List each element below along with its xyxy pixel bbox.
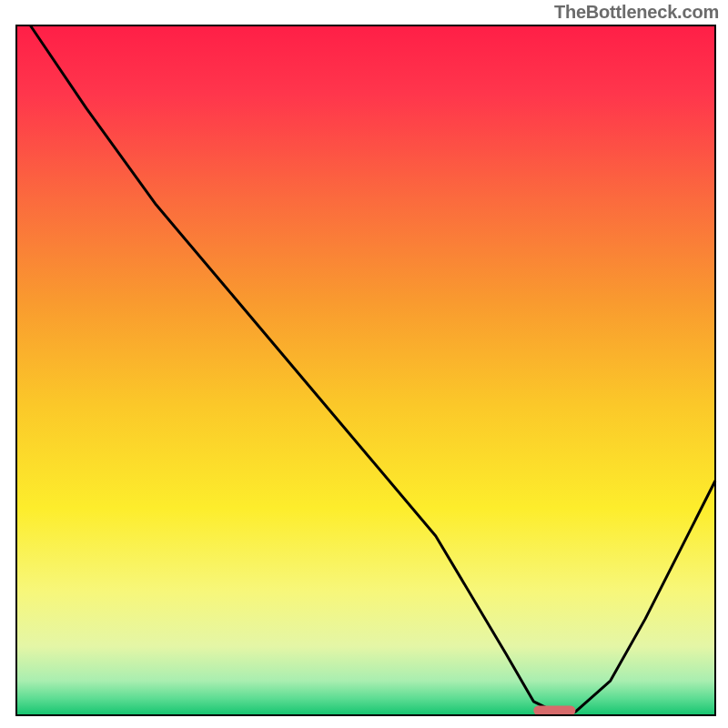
watermark-text: TheBottleneck.com — [554, 2, 719, 23]
bottleneck-chart — [0, 0, 728, 728]
chart-container: TheBottleneck.com — [0, 0, 728, 728]
plot-background — [16, 25, 715, 715]
optimal-marker-pill — [533, 705, 575, 715]
